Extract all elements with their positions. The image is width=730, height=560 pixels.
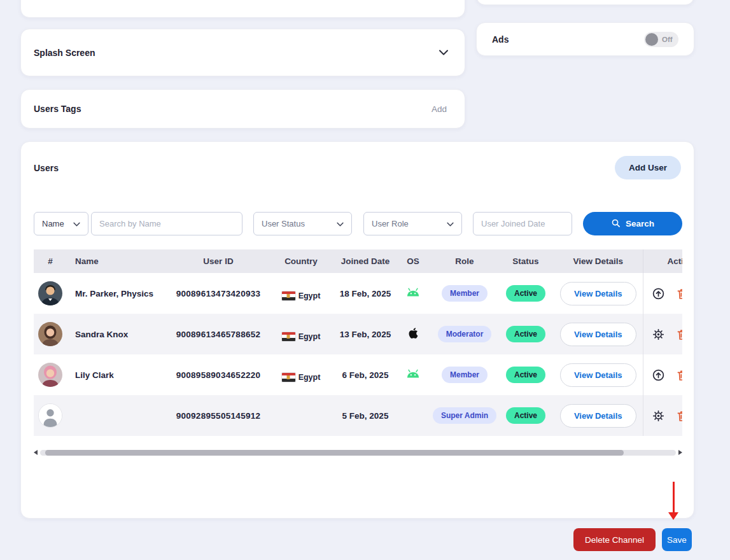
user-id: 90089613465788652 <box>171 314 266 354</box>
delete-channel-button[interactable]: Delete Channel <box>573 528 656 551</box>
search-button[interactable]: Search <box>583 212 682 235</box>
joined-date: 5 Feb, 2025 <box>336 395 395 436</box>
col-header-view-details: View Details <box>554 249 643 273</box>
table-row: Lily Clark 90089589034652220 Egypt 6 Feb… <box>34 354 682 395</box>
col-header-index: # <box>34 249 67 273</box>
table-row: 90092895505145912 5 Feb, 2025 Super Admi… <box>34 395 682 436</box>
country-label: Egypt <box>298 373 321 382</box>
users-section-title: Users <box>34 163 59 173</box>
scrollbar-track[interactable] <box>40 450 676 456</box>
scroll-left-arrow-icon[interactable] <box>34 450 38 455</box>
ads-label: Ads <box>492 34 509 45</box>
table-header-row: # Name User ID Country Joined Date OS Ro… <box>34 249 682 273</box>
country-label: Egypt <box>298 332 321 341</box>
egypt-flag-icon <box>282 332 295 341</box>
filter-bar: Name User Status User Role Search <box>34 212 682 235</box>
col-header-role: Role <box>432 249 498 273</box>
chevron-down-icon <box>439 48 448 57</box>
horizontal-scrollbar[interactable] <box>34 448 682 457</box>
joined-date: 6 Feb, 2025 <box>336 354 395 395</box>
users-card: Users Add User Name User Status User Rol… <box>20 141 694 519</box>
user-avatar <box>38 363 62 387</box>
col-header-os: OS <box>395 249 432 273</box>
user-avatar-placeholder <box>38 403 62 428</box>
user-name <box>67 395 171 436</box>
toggle-knob-icon <box>645 33 658 46</box>
user-settings-gear-icon[interactable] <box>652 409 665 423</box>
user-name: Sandra Knox <box>67 314 171 354</box>
status-badge: Active <box>506 326 545 342</box>
toggle-state-label: Off <box>662 36 673 43</box>
table-row: Mr. Parker, Physics 90089613473420933 Eg… <box>34 273 682 314</box>
search-by-name-input[interactable] <box>91 212 242 235</box>
country-label: Egypt <box>298 291 321 300</box>
users-tags-title: Users Tags <box>34 104 81 114</box>
status-badge: Active <box>506 285 545 302</box>
apple-icon <box>409 332 418 341</box>
user-name: Lily Clark <box>67 354 171 395</box>
role-badge: Super Admin <box>433 407 496 424</box>
splash-screen-title: Splash Screen <box>34 48 95 58</box>
user-role-select[interactable]: User Role <box>363 212 462 235</box>
name-filter-select[interactable]: Name <box>34 212 88 235</box>
users-tags-card: Users Tags Add <box>20 89 465 129</box>
joined-date: 13 Feb, 2025 <box>336 314 395 354</box>
col-header-country: Country <box>266 249 336 273</box>
delete-user-icon[interactable] <box>676 328 682 341</box>
users-table-container: # Name User ID Country Joined Date OS Ro… <box>34 249 682 436</box>
top-right-card-partial <box>476 0 694 5</box>
chevron-down-icon <box>337 219 344 228</box>
role-badge: Member <box>442 285 488 302</box>
view-details-button[interactable]: View Details <box>560 323 636 346</box>
user-id: 90092895505145912 <box>171 395 266 436</box>
col-header-actions: Actions <box>643 249 682 273</box>
view-details-button[interactable]: View Details <box>560 404 636 428</box>
users-table: # Name User ID Country Joined Date OS Ro… <box>34 249 682 436</box>
scroll-right-arrow-icon[interactable] <box>678 450 682 455</box>
status-badge: Active <box>506 407 545 424</box>
user-avatar <box>38 322 62 346</box>
col-header-joined-date: Joined Date <box>336 249 395 273</box>
delete-user-icon[interactable] <box>676 409 682 423</box>
col-header-name: Name <box>67 249 171 273</box>
delete-user-icon[interactable] <box>676 287 682 300</box>
save-button[interactable]: Save <box>662 528 692 551</box>
role-badge: Member <box>442 367 488 383</box>
user-status-select[interactable]: User Status <box>253 212 352 235</box>
col-header-user-id: User ID <box>171 249 266 273</box>
user-id: 90089589034652220 <box>171 354 266 395</box>
splash-screen-card[interactable]: Splash Screen <box>20 29 465 76</box>
name-filter-label: Name <box>42 219 64 228</box>
view-details-button[interactable]: View Details <box>560 282 636 305</box>
joined-date: 18 Feb, 2025 <box>336 273 395 314</box>
user-role-label: User Role <box>372 219 409 228</box>
view-details-button[interactable]: View Details <box>560 363 636 387</box>
user-id: 90089613473420933 <box>171 273 266 314</box>
col-header-status: Status <box>498 249 554 273</box>
search-icon <box>611 218 621 230</box>
table-row: Sandra Knox 90089613465788652 Egypt 13 F… <box>34 314 682 354</box>
egypt-flag-icon <box>282 373 295 382</box>
scrollbar-thumb[interactable] <box>45 450 624 456</box>
add-tag-button[interactable]: Add <box>432 104 447 114</box>
user-avatar <box>38 281 62 305</box>
android-icon <box>406 371 420 381</box>
top-card-partial <box>20 0 465 18</box>
delete-user-icon[interactable] <box>676 368 682 382</box>
promote-user-icon[interactable] <box>652 287 665 300</box>
user-joined-date-input[interactable] <box>473 212 572 235</box>
role-badge: Moderator <box>438 326 492 342</box>
user-status-label: User Status <box>262 219 305 228</box>
country-cell-empty <box>266 395 336 436</box>
egypt-flag-icon <box>282 291 295 300</box>
ads-toggle[interactable]: Off <box>644 32 678 47</box>
chevron-down-icon <box>447 219 454 228</box>
add-user-button[interactable]: Add User <box>615 156 681 179</box>
search-button-label: Search <box>626 219 654 228</box>
user-settings-gear-icon[interactable] <box>652 328 665 341</box>
ads-card: Ads Off <box>476 22 694 56</box>
os-cell-empty <box>395 395 432 436</box>
promote-user-icon[interactable] <box>652 368 665 382</box>
status-badge: Active <box>506 367 545 383</box>
android-icon <box>406 290 420 299</box>
